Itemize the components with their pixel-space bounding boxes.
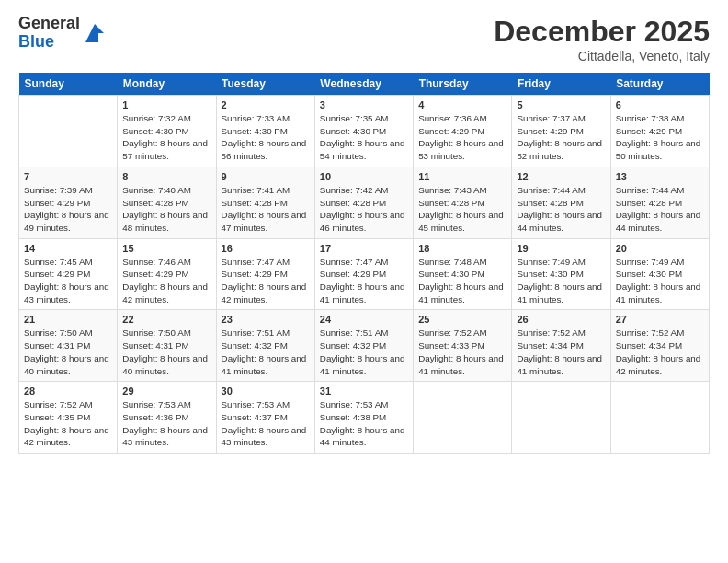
table-row <box>512 382 610 454</box>
table-row: 31 Sunrise: 7:53 AMSunset: 4:38 PMDaylig… <box>314 382 413 454</box>
day-number: 14 <box>24 243 112 254</box>
day-info: Sunrise: 7:35 AMSunset: 4:30 PMDaylight:… <box>320 113 405 161</box>
table-row: 24 Sunrise: 7:51 AMSunset: 4:32 PMDaylig… <box>314 310 413 382</box>
day-info: Sunrise: 7:32 AMSunset: 4:30 PMDaylight:… <box>122 113 208 161</box>
header-thursday: Thursday <box>414 73 512 96</box>
table-row: 12 Sunrise: 7:44 AMSunset: 4:28 PMDaylig… <box>512 167 610 238</box>
day-info: Sunrise: 7:52 AMSunset: 4:34 PMDaylight:… <box>517 327 602 375</box>
table-row <box>610 382 709 454</box>
day-info: Sunrise: 7:53 AMSunset: 4:38 PMDaylight:… <box>320 399 405 447</box>
header: General Blue December 2025 Cittadella, V… <box>18 15 710 63</box>
table-row: 30 Sunrise: 7:53 AMSunset: 4:37 PMDaylig… <box>216 382 314 454</box>
day-info: Sunrise: 7:44 AMSunset: 4:28 PMDaylight:… <box>517 185 602 233</box>
table-row: 29 Sunrise: 7:53 AMSunset: 4:36 PMDaylig… <box>118 382 216 454</box>
svg-marker-0 <box>85 24 104 42</box>
title-block: December 2025 Cittadella, Veneto, Italy <box>494 15 710 63</box>
day-number: 11 <box>418 171 506 182</box>
day-info: Sunrise: 7:33 AMSunset: 4:30 PMDaylight:… <box>222 113 307 161</box>
day-number: 19 <box>517 243 605 254</box>
table-row: 5 Sunrise: 7:37 AMSunset: 4:29 PMDayligh… <box>512 96 610 167</box>
header-sunday: Sunday <box>19 73 118 96</box>
table-row: 4 Sunrise: 7:36 AMSunset: 4:29 PMDayligh… <box>414 96 512 167</box>
calendar-week-row: 28 Sunrise: 7:52 AMSunset: 4:35 PMDaylig… <box>19 382 710 454</box>
day-number: 6 <box>616 99 704 110</box>
day-info: Sunrise: 7:47 AMSunset: 4:29 PMDaylight:… <box>320 257 405 304</box>
table-row: 25 Sunrise: 7:52 AMSunset: 4:33 PMDaylig… <box>414 310 512 382</box>
header-tuesday: Tuesday <box>216 73 314 96</box>
table-row: 3 Sunrise: 7:35 AMSunset: 4:30 PMDayligh… <box>314 96 413 167</box>
day-number: 7 <box>24 171 112 182</box>
calendar-page: General Blue December 2025 Cittadella, V… <box>0 0 728 563</box>
day-number: 15 <box>122 243 210 254</box>
day-info: Sunrise: 7:50 AMSunset: 4:31 PMDaylight:… <box>24 327 109 375</box>
table-row: 26 Sunrise: 7:52 AMSunset: 4:34 PMDaylig… <box>512 310 610 382</box>
day-info: Sunrise: 7:38 AMSunset: 4:29 PMDaylight:… <box>616 113 701 161</box>
day-number: 25 <box>418 314 506 325</box>
header-friday: Friday <box>512 73 610 96</box>
table-row: 6 Sunrise: 7:38 AMSunset: 4:29 PMDayligh… <box>610 96 709 167</box>
table-row: 16 Sunrise: 7:47 AMSunset: 4:29 PMDaylig… <box>216 238 314 310</box>
header-saturday: Saturday <box>610 73 709 96</box>
day-number: 16 <box>222 243 310 254</box>
table-row: 20 Sunrise: 7:49 AMSunset: 4:30 PMDaylig… <box>610 238 709 310</box>
day-info: Sunrise: 7:50 AMSunset: 4:31 PMDaylight:… <box>122 327 208 375</box>
header-wednesday: Wednesday <box>314 73 413 96</box>
calendar-week-row: 14 Sunrise: 7:45 AMSunset: 4:29 PMDaylig… <box>19 238 710 310</box>
day-number: 27 <box>616 314 704 325</box>
main-title: December 2025 <box>494 15 710 49</box>
table-row: 27 Sunrise: 7:52 AMSunset: 4:34 PMDaylig… <box>610 310 709 382</box>
day-number: 12 <box>517 171 605 182</box>
weekday-header-row: Sunday Monday Tuesday Wednesday Thursday… <box>19 73 710 96</box>
day-number: 28 <box>24 385 112 396</box>
calendar-week-row: 21 Sunrise: 7:50 AMSunset: 4:31 PMDaylig… <box>19 310 710 382</box>
day-number: 21 <box>24 314 112 325</box>
day-info: Sunrise: 7:39 AMSunset: 4:29 PMDaylight:… <box>24 185 109 233</box>
day-info: Sunrise: 7:37 AMSunset: 4:29 PMDaylight:… <box>517 113 602 161</box>
table-row <box>414 382 512 454</box>
logo-icon <box>82 20 108 46</box>
day-info: Sunrise: 7:42 AMSunset: 4:28 PMDaylight:… <box>320 185 405 233</box>
day-number: 31 <box>320 385 408 396</box>
day-info: Sunrise: 7:52 AMSunset: 4:33 PMDaylight:… <box>418 327 504 375</box>
logo-blue: Blue <box>18 33 80 52</box>
day-info: Sunrise: 7:44 AMSunset: 4:28 PMDaylight:… <box>616 185 701 233</box>
table-row: 22 Sunrise: 7:50 AMSunset: 4:31 PMDaylig… <box>118 310 216 382</box>
day-info: Sunrise: 7:36 AMSunset: 4:29 PMDaylight:… <box>418 113 504 161</box>
table-row: 11 Sunrise: 7:43 AMSunset: 4:28 PMDaylig… <box>414 167 512 238</box>
table-row: 21 Sunrise: 7:50 AMSunset: 4:31 PMDaylig… <box>19 310 118 382</box>
table-row: 17 Sunrise: 7:47 AMSunset: 4:29 PMDaylig… <box>314 238 413 310</box>
calendar-week-row: 7 Sunrise: 7:39 AMSunset: 4:29 PMDayligh… <box>19 167 710 238</box>
table-row: 9 Sunrise: 7:41 AMSunset: 4:28 PMDayligh… <box>216 167 314 238</box>
table-row: 2 Sunrise: 7:33 AMSunset: 4:30 PMDayligh… <box>216 96 314 167</box>
day-info: Sunrise: 7:51 AMSunset: 4:32 PMDaylight:… <box>222 327 307 375</box>
day-info: Sunrise: 7:53 AMSunset: 4:37 PMDaylight:… <box>222 399 307 447</box>
table-row: 1 Sunrise: 7:32 AMSunset: 4:30 PMDayligh… <box>118 96 216 167</box>
day-info: Sunrise: 7:48 AMSunset: 4:30 PMDaylight:… <box>418 257 504 304</box>
table-row: 28 Sunrise: 7:52 AMSunset: 4:35 PMDaylig… <box>19 382 118 454</box>
day-number: 4 <box>418 99 506 110</box>
table-row: 19 Sunrise: 7:49 AMSunset: 4:30 PMDaylig… <box>512 238 610 310</box>
day-info: Sunrise: 7:49 AMSunset: 4:30 PMDaylight:… <box>517 257 602 304</box>
day-number: 1 <box>122 99 210 110</box>
day-number: 18 <box>418 243 506 254</box>
day-number: 17 <box>320 243 408 254</box>
day-number: 9 <box>222 171 310 182</box>
day-number: 20 <box>616 243 704 254</box>
header-monday: Monday <box>118 73 216 96</box>
table-row: 23 Sunrise: 7:51 AMSunset: 4:32 PMDaylig… <box>216 310 314 382</box>
table-row: 8 Sunrise: 7:40 AMSunset: 4:28 PMDayligh… <box>118 167 216 238</box>
sub-title: Cittadella, Veneto, Italy <box>494 49 710 63</box>
day-number: 23 <box>222 314 310 325</box>
table-row: 7 Sunrise: 7:39 AMSunset: 4:29 PMDayligh… <box>19 167 118 238</box>
day-info: Sunrise: 7:45 AMSunset: 4:29 PMDaylight:… <box>24 257 109 304</box>
logo: General Blue <box>18 15 108 52</box>
day-info: Sunrise: 7:53 AMSunset: 4:36 PMDaylight:… <box>122 399 208 447</box>
day-number: 22 <box>122 314 210 325</box>
day-info: Sunrise: 7:41 AMSunset: 4:28 PMDaylight:… <box>222 185 307 233</box>
day-number: 2 <box>222 99 310 110</box>
calendar-week-row: 1 Sunrise: 7:32 AMSunset: 4:30 PMDayligh… <box>19 96 710 167</box>
day-number: 26 <box>517 314 605 325</box>
table-row: 13 Sunrise: 7:44 AMSunset: 4:28 PMDaylig… <box>610 167 709 238</box>
day-number: 3 <box>320 99 408 110</box>
day-number: 30 <box>222 385 310 396</box>
